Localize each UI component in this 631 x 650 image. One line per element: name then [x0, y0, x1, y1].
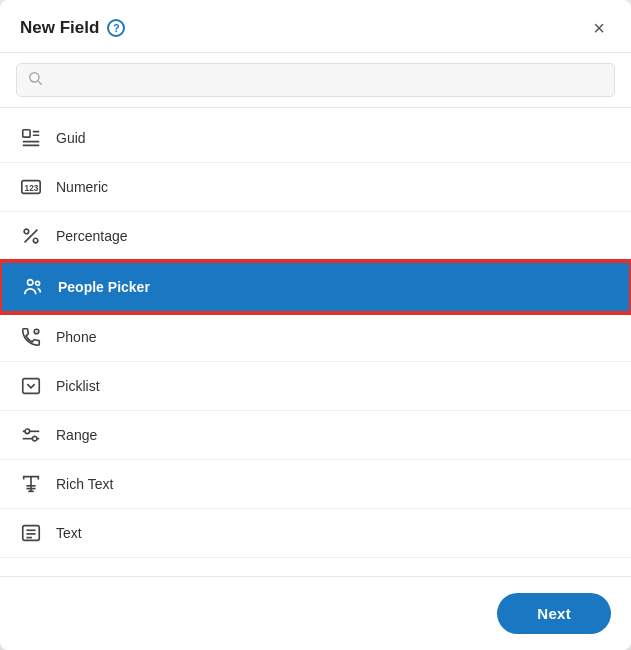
percentage-label: Percentage: [56, 228, 128, 244]
list-item-percentage[interactable]: Percentage: [0, 212, 631, 261]
next-button[interactable]: Next: [497, 593, 611, 634]
search-row: [0, 53, 631, 108]
svg-point-9: [24, 229, 29, 234]
svg-line-1: [38, 81, 42, 85]
phone-icon: [20, 326, 42, 348]
svg-point-18: [25, 429, 30, 434]
list-item-guid[interactable]: Guid: [0, 114, 631, 163]
list-item-phone[interactable]: Phone: [0, 313, 631, 362]
numeric-icon: 123: [20, 176, 42, 198]
range-icon: [20, 424, 42, 446]
field-type-list: Guid 123 Numeric Percentage: [0, 108, 631, 576]
picklist-label: Picklist: [56, 378, 100, 394]
help-icon[interactable]: ?: [107, 19, 125, 37]
search-box: [16, 63, 615, 97]
list-item-numeric[interactable]: 123 Numeric: [0, 163, 631, 212]
phone-label: Phone: [56, 329, 96, 345]
svg-point-10: [33, 238, 38, 243]
rich-text-label: Rich Text: [56, 476, 113, 492]
svg-point-12: [28, 280, 34, 286]
svg-rect-2: [23, 130, 30, 137]
list-item-picklist[interactable]: Picklist: [0, 362, 631, 411]
people-picker-label: People Picker: [58, 279, 150, 295]
people-picker-icon: [22, 276, 44, 298]
list-item-rich-text[interactable]: Rich Text: [0, 460, 631, 509]
dialog-header: New Field ? ×: [0, 0, 631, 53]
list-item-people-picker[interactable]: People Picker: [0, 261, 631, 313]
svg-point-0: [30, 73, 39, 82]
close-button[interactable]: ×: [587, 16, 611, 40]
range-label: Range: [56, 427, 97, 443]
text-icon: [20, 522, 42, 544]
list-item-text[interactable]: Text: [0, 509, 631, 558]
dialog-title: New Field: [20, 18, 99, 38]
search-input[interactable]: [51, 72, 604, 88]
picklist-icon: [20, 375, 42, 397]
svg-point-14: [36, 331, 37, 332]
new-field-dialog: New Field ? ×: [0, 0, 631, 650]
percentage-icon: [20, 225, 42, 247]
svg-line-11: [25, 230, 38, 243]
search-icon: [27, 70, 43, 90]
guid-label: Guid: [56, 130, 86, 146]
text-label: Text: [56, 525, 82, 541]
dialog-footer: Next: [0, 576, 631, 650]
svg-point-13: [36, 281, 40, 285]
svg-point-19: [32, 436, 37, 441]
numeric-label: Numeric: [56, 179, 108, 195]
guid-icon: [20, 127, 42, 149]
list-item-range[interactable]: Range: [0, 411, 631, 460]
svg-text:123: 123: [25, 184, 39, 193]
title-row: New Field ?: [20, 18, 125, 38]
rich-text-icon: [20, 473, 42, 495]
